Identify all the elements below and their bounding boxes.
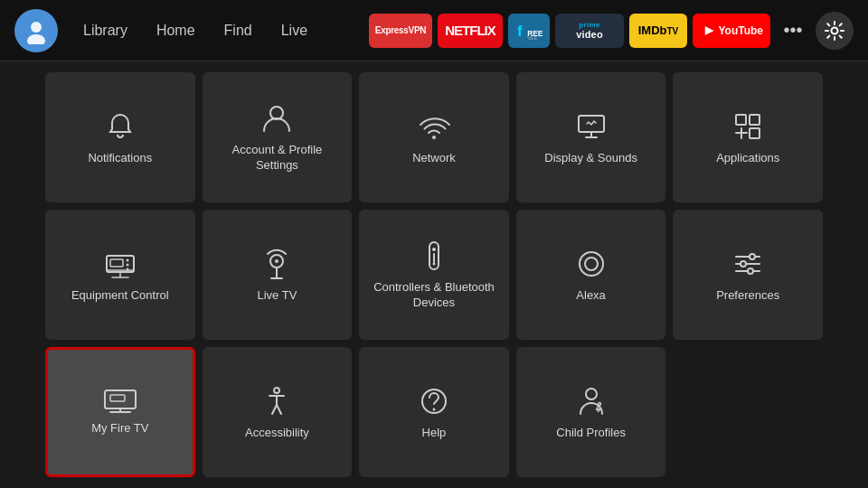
person-icon — [259, 101, 294, 136]
sliders-icon — [731, 247, 765, 281]
bell-icon — [103, 109, 137, 144]
grid-item-controllers-bluetooth[interactable]: Controllers & Bluetooth Devices — [359, 210, 509, 340]
nav-live[interactable]: Live — [269, 17, 320, 44]
grid-item-notifications[interactable]: Notifications — [45, 72, 195, 202]
nav-library[interactable]: Library — [71, 17, 140, 44]
grid-empty-cell — [673, 347, 823, 477]
svg-point-32 — [741, 261, 746, 267]
svg-point-42 — [598, 402, 600, 405]
equipment-control-label: Equipment Control — [71, 288, 169, 304]
grid-item-preferences[interactable]: Preferences — [673, 210, 823, 340]
svg-point-25 — [432, 263, 435, 266]
svg-point-1 — [27, 34, 45, 44]
grid-item-live-tv[interactable]: Live TV — [203, 210, 353, 340]
notifications-label: Notifications — [88, 151, 152, 166]
svg-point-0 — [31, 22, 42, 33]
svg-point-40 — [432, 408, 435, 410]
grid-item-equipment-control[interactable]: Equipment Control — [45, 210, 195, 340]
display-sounds-label: Display & Sounds — [544, 151, 637, 166]
svg-point-33 — [748, 268, 753, 274]
accessibility-label: Accessibility — [245, 426, 309, 441]
svg-rect-37 — [110, 395, 125, 401]
user-avatar[interactable] — [14, 9, 58, 52]
svg-rect-11 — [750, 115, 760, 125]
netflix-icon[interactable]: NETFLIX — [438, 14, 503, 48]
svg-rect-16 — [110, 259, 123, 267]
nav-home[interactable]: Home — [144, 17, 208, 44]
svg-rect-34 — [105, 390, 136, 408]
grid-item-child-profiles[interactable]: Child Profiles — [516, 347, 666, 477]
svg-point-31 — [750, 254, 755, 259]
applications-label: Applications — [716, 151, 779, 166]
svg-text:f: f — [517, 22, 523, 39]
svg-point-17 — [126, 258, 128, 261]
live-tv-label: Live TV — [257, 288, 297, 304]
accessibility-icon — [259, 384, 294, 418]
account-profile-label: Account & Profile Settings — [212, 143, 344, 174]
grid-item-help[interactable]: Help — [359, 347, 509, 477]
remote-icon — [417, 239, 451, 273]
alexa-icon — [574, 247, 609, 281]
grid-item-account-profile[interactable]: Account & Profile Settings — [203, 72, 353, 202]
nav-links: Library Home Find Live — [71, 17, 320, 44]
imdb-icon[interactable]: IMDbTV — [629, 14, 687, 48]
my-fire-tv-label: My Fire TV — [91, 421, 148, 436]
svg-point-6 — [832, 27, 838, 33]
svg-point-21 — [275, 259, 278, 263]
svg-point-23 — [432, 248, 436, 251]
help-label: Help — [422, 426, 447, 441]
svg-point-8 — [432, 136, 436, 139]
controllers-bluetooth-label: Controllers & Bluetooth Devices — [368, 280, 500, 311]
network-label: Network — [412, 151, 456, 166]
svg-point-7 — [270, 107, 283, 119]
grid-item-alexa[interactable]: Alexa — [516, 210, 666, 340]
svg-marker-5 — [705, 26, 714, 35]
display-icon — [574, 109, 609, 144]
help-icon — [417, 384, 451, 418]
svg-rect-10 — [736, 115, 746, 125]
grid-item-applications[interactable]: Applications — [673, 72, 823, 202]
svg-point-19 — [126, 267, 128, 270]
grid-item-accessibility[interactable]: Accessibility — [203, 347, 353, 477]
settings-button[interactable] — [816, 12, 854, 50]
svg-text:VEE: VEE — [527, 35, 537, 41]
nav-find[interactable]: Find — [212, 17, 265, 44]
expressvpn-icon[interactable]: ExpressVPN — [369, 14, 432, 48]
apps-icon — [731, 109, 765, 144]
svg-point-41 — [586, 389, 597, 399]
svg-point-38 — [274, 388, 279, 393]
wifi-icon — [417, 109, 451, 144]
primevideo-icon[interactable]: prime video — [555, 14, 624, 48]
svg-point-18 — [126, 263, 128, 266]
tv-icon — [103, 247, 137, 281]
youtube-icon[interactable]: YouTube — [693, 14, 770, 48]
app-icons-bar: ExpressVPN NETFLIX f REE VEE prime video… — [369, 12, 854, 50]
svg-point-27 — [585, 258, 598, 270]
grid-item-my-fire-tv[interactable]: My Fire TV — [45, 347, 195, 477]
preferences-label: Preferences — [716, 288, 779, 304]
child-icon — [574, 384, 609, 418]
top-navigation: Library Home Find Live ExpressVPN NETFLI… — [0, 0, 868, 61]
svg-rect-12 — [750, 128, 760, 138]
settings-grid: Notifications Account & Profile Settings… — [0, 61, 868, 488]
antenna-icon — [259, 247, 294, 281]
svg-point-26 — [580, 252, 603, 276]
firetv-icon — [103, 389, 137, 414]
more-apps-button[interactable]: ••• — [776, 14, 810, 48]
child-profiles-label: Child Profiles — [556, 426, 626, 441]
freevee-icon[interactable]: f REE VEE — [508, 14, 550, 48]
alexa-label: Alexa — [576, 288, 606, 304]
grid-item-display-sounds[interactable]: Display & Sounds — [516, 72, 666, 202]
grid-item-network[interactable]: Network — [359, 72, 509, 202]
